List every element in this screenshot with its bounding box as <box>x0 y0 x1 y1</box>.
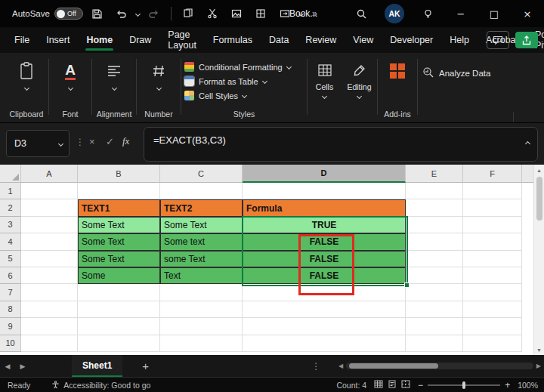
cell-D2[interactable]: Formula <box>243 199 406 216</box>
picture-icon[interactable] <box>227 4 246 23</box>
cell-E6[interactable] <box>406 267 463 284</box>
undo-icon[interactable] <box>112 4 131 23</box>
cell-B2[interactable]: TEXT1 <box>78 199 160 216</box>
document-title[interactable]: Book... <box>289 0 317 27</box>
lightbulb-icon[interactable] <box>411 0 444 27</box>
row-header-9[interactable]: 9 <box>0 318 21 335</box>
cell-B8[interactable] <box>78 301 160 318</box>
vertical-scroll-thumb[interactable] <box>536 177 542 221</box>
cell-D9[interactable] <box>243 318 406 335</box>
cell-F3[interactable] <box>463 217 522 233</box>
cell-A8[interactable] <box>21 301 78 318</box>
cell-C9[interactable] <box>160 318 243 335</box>
cell-E4[interactable] <box>406 233 463 250</box>
row-header-4[interactable]: 4 <box>0 233 21 250</box>
cell-A7[interactable] <box>21 284 78 301</box>
cell-D3[interactable]: TRUE <box>243 217 406 233</box>
cell-A10[interactable] <box>21 335 78 352</box>
styles-item-cell-styles[interactable]: Cell Styles <box>181 88 291 103</box>
cell-E10[interactable] <box>406 335 463 352</box>
prev-sheet-icon[interactable]: ◀ <box>0 363 15 370</box>
cell-C7[interactable] <box>160 284 243 301</box>
formula-input[interactable]: =EXACT(B3,C3) <box>144 127 538 162</box>
cell-F1[interactable] <box>463 183 522 199</box>
cell-A4[interactable] <box>21 233 78 250</box>
page-layout-view-icon[interactable] <box>388 380 397 390</box>
autosave-toggle[interactable]: Off <box>54 8 83 20</box>
ribbon-group-number[interactable]: Number <box>137 53 181 122</box>
editing-button[interactable]: Editing <box>342 53 377 122</box>
normal-view-icon[interactable] <box>374 380 383 390</box>
styles-item-format-as-table[interactable]: Format as Table <box>181 74 291 88</box>
account-avatar[interactable]: AK <box>378 0 411 27</box>
cell-C10[interactable] <box>160 335 243 352</box>
add-sheet-button[interactable]: + <box>142 360 149 372</box>
row-header-1[interactable]: 1 <box>0 183 21 199</box>
row-header-3[interactable]: 3 <box>0 217 21 233</box>
row-header-10[interactable]: 10 <box>0 335 21 352</box>
cell-E8[interactable] <box>406 301 463 318</box>
cell-F7[interactable] <box>463 284 522 301</box>
column-header-A[interactable]: A <box>21 165 78 183</box>
confirm-entry-icon[interactable]: ✓ <box>106 136 114 147</box>
share-button[interactable] <box>515 32 538 48</box>
zoom-slider[interactable] <box>428 384 500 386</box>
select-all-button[interactable] <box>0 165 21 183</box>
menu-tab-view[interactable]: View <box>345 27 382 53</box>
cut-icon[interactable] <box>202 4 222 23</box>
row-header-7[interactable]: 7 <box>0 284 21 301</box>
cell-A9[interactable] <box>21 318 78 335</box>
styles-item-conditional-formatting[interactable]: Conditional Formatting <box>181 60 291 74</box>
cell-A1[interactable] <box>21 183 78 199</box>
cell-E7[interactable] <box>406 284 463 301</box>
cell-B1[interactable] <box>78 183 160 199</box>
menu-tab-help[interactable]: Help <box>441 27 478 53</box>
cell-F10[interactable] <box>463 335 522 352</box>
menu-tab-developer[interactable]: Developer <box>382 27 441 53</box>
scroll-down-icon[interactable]: ▼ <box>536 344 542 355</box>
cell-C3[interactable]: Some Text <box>160 217 243 233</box>
cell-B4[interactable]: Some Text <box>78 233 160 250</box>
cell-F8[interactable] <box>463 301 522 318</box>
close-button[interactable]: × <box>511 0 544 27</box>
cell-C2[interactable]: TEXT2 <box>160 199 243 216</box>
zoom-level[interactable]: 100% <box>518 381 538 390</box>
column-header-D[interactable]: D <box>243 165 406 183</box>
scroll-left-icon[interactable]: ◀ <box>338 363 343 369</box>
name-box[interactable]: D3 <box>6 130 70 157</box>
cell-D4[interactable]: FALSE <box>243 233 406 250</box>
row-header-6[interactable]: 6 <box>0 267 21 284</box>
cell-F5[interactable] <box>463 251 522 267</box>
expand-formula-bar-icon[interactable] <box>526 137 530 148</box>
row-header-2[interactable]: 2 <box>0 199 21 216</box>
analyze-data-button[interactable]: Analyze Data <box>418 53 496 122</box>
cell-C5[interactable]: some Text <box>160 251 243 267</box>
cells-button[interactable]: Cells <box>308 53 342 122</box>
scroll-right-icon[interactable]: ▶ <box>536 363 541 369</box>
menu-tab-formulas[interactable]: Formulas <box>205 27 261 53</box>
cell-E2[interactable] <box>406 199 463 216</box>
menu-tab-home[interactable]: Home <box>78 27 121 53</box>
minimize-button[interactable]: − <box>444 0 478 27</box>
cell-B3[interactable]: Some Text <box>78 217 160 233</box>
cell-C8[interactable] <box>160 301 243 318</box>
cancel-entry-icon[interactable]: × <box>89 136 95 147</box>
sheet-tab-sheet1[interactable]: Sheet1 <box>72 355 122 377</box>
cell-B9[interactable] <box>78 318 160 335</box>
cell-D6[interactable]: FALSE <box>243 267 406 284</box>
scroll-up-icon[interactable]: ▲ <box>536 165 542 175</box>
zoom-out-icon[interactable]: − <box>418 380 423 390</box>
cell-E5[interactable] <box>406 251 463 267</box>
column-header-E[interactable]: E <box>406 165 463 183</box>
comments-button[interactable] <box>487 31 509 49</box>
horizontal-scrollbar[interactable]: ◀ ▶ <box>338 362 541 370</box>
cell-F9[interactable] <box>463 318 522 335</box>
sheet-options-icon[interactable]: ⋮ <box>311 361 320 372</box>
ribbon-group-font[interactable]: A Font <box>49 53 91 122</box>
vertical-scrollbar[interactable]: ▲ ▼ <box>533 165 544 355</box>
cell-B6[interactable]: Some <box>78 267 160 284</box>
column-header-B[interactable]: B <box>78 165 160 183</box>
cell-D5[interactable]: FALSE <box>243 251 406 267</box>
row-header-5[interactable]: 5 <box>0 251 21 267</box>
insert-function-icon[interactable]: fx <box>122 135 129 147</box>
